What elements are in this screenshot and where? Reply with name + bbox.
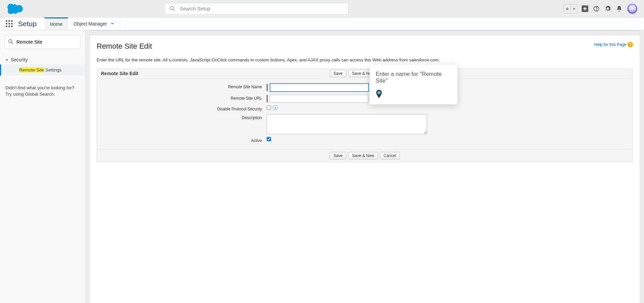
content-description: Enter the URL for the remote site. All s… (97, 57, 633, 62)
sidebar-search-input[interactable] (5, 35, 80, 49)
sidebar-section-label: Security (11, 57, 28, 62)
help-link-label: Help for this Page (594, 42, 626, 47)
search-icon (169, 6, 175, 13)
chevron-down-icon (110, 21, 114, 27)
popover-message: Enter a name for "Remote Site" (376, 71, 451, 84)
svg-point-0 (170, 6, 173, 10)
sidebar-section-security[interactable]: ▾ Security (0, 55, 85, 64)
remote-site-url-input[interactable] (270, 95, 368, 103)
required-indicator (267, 84, 268, 91)
cancel-button[interactable]: Cancel (380, 152, 400, 159)
location-pin-icon: G (376, 90, 382, 98)
header-actions: ★ ▾ (564, 3, 638, 14)
svg-line-1 (173, 9, 174, 10)
avatar[interactable] (627, 3, 638, 14)
form-card: Remote Site Edit Save Save & New Cancel … (97, 68, 633, 162)
save-and-new-button[interactable]: Save & New (348, 152, 378, 159)
info-icon[interactable]: i (273, 105, 278, 110)
app-launcher-icon[interactable] (0, 17, 18, 30)
form-bar-title: Remote Site Edit (101, 71, 138, 76)
search-icon (8, 39, 13, 46)
field-hint-popover: Enter a name for "Remote Site" G (370, 65, 458, 104)
svg-point-5 (9, 40, 12, 43)
sidebar-not-found-text: Didn't find what you're looking for? Try… (0, 75, 85, 107)
content-card: Remote Site Edit Help for this Page ? En… (90, 35, 640, 303)
global-search-wrapper (165, 3, 348, 14)
salesforce-logo (6, 2, 25, 15)
save-button[interactable]: Save (330, 70, 346, 77)
label-disable-protocol-security: Disable Protocol Security (97, 105, 267, 111)
disable-protocol-security-checkbox[interactable] (267, 106, 271, 110)
bell-icon[interactable] (615, 5, 623, 13)
gear-icon[interactable] (604, 5, 612, 13)
sidebar-item-rest: Settings (44, 67, 62, 72)
svg-point-4 (596, 10, 597, 10)
tab-home[interactable]: Home (45, 17, 68, 30)
global-search-input[interactable] (165, 3, 348, 14)
main-panel: SETUP Remote Site Settings Remote Site E… (86, 30, 644, 303)
remote-site-name-input[interactable] (270, 83, 369, 92)
setup-sidebar: ▾ Security Remote Site Settings Didn't f… (0, 30, 86, 303)
label-description: Description (97, 114, 267, 120)
app-nav: Setup Home Object Manager (0, 17, 644, 30)
description-textarea[interactable] (267, 114, 427, 134)
label-remote-site-url: Remote Site URL (97, 95, 267, 101)
sidebar-item-highlight: Remote Site (19, 67, 44, 72)
star-icon: ★ (564, 4, 571, 13)
content-title: Remote Site Edit (97, 42, 152, 51)
chevron-down-icon: ▾ (6, 58, 8, 62)
global-header: ★ ▾ (0, 0, 644, 17)
help-icon: ? (628, 42, 633, 47)
tab-object-manager[interactable]: Object Manager (68, 17, 120, 30)
add-icon[interactable] (581, 5, 589, 13)
sidebar-item-remote-site-settings[interactable]: Remote Site Settings (0, 64, 85, 75)
svg-line-6 (11, 42, 13, 44)
favorites-toggle[interactable]: ★ ▾ (564, 4, 578, 13)
tab-object-manager-label: Object Manager (73, 21, 107, 27)
label-active: Active (97, 137, 267, 143)
active-checkbox[interactable] (267, 137, 271, 141)
label-remote-site-name: Remote Site Name (97, 83, 267, 89)
chevron-down-icon: ▾ (571, 4, 577, 13)
svg-text:G: G (378, 91, 380, 94)
app-name: Setup (18, 17, 45, 30)
help-link[interactable]: Help for this Page ? (594, 42, 633, 47)
save-button[interactable]: Save (330, 152, 346, 159)
help-icon[interactable] (592, 5, 600, 13)
page-header-card: SETUP Remote Site Settings (90, 30, 640, 31)
required-indicator (267, 95, 268, 102)
